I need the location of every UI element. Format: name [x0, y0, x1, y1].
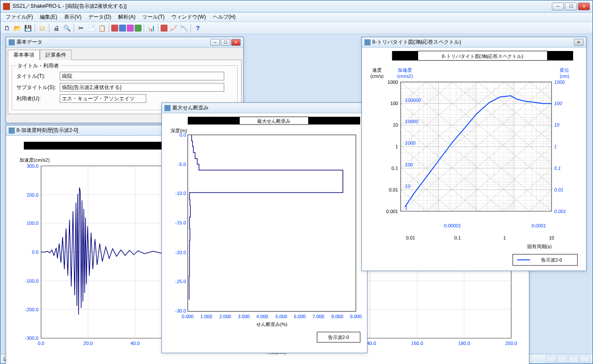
menu-help[interactable]: ヘルプ(H) — [209, 13, 239, 22]
preview-icon[interactable]: 🔍 — [62, 23, 71, 33]
minimize-button[interactable]: ─ — [552, 3, 564, 10]
child-minimize-button[interactable]: ─ — [210, 39, 220, 46]
menubar: ファイル(F) 編集(E) 表示(V) データ(D) 解析(A) ツール(T) … — [0, 13, 593, 22]
svg-text:160.0: 160.0 — [411, 341, 423, 346]
svg-text:0.000: 0.000 — [182, 314, 193, 319]
copy-icon[interactable]: 📄 — [87, 23, 96, 33]
chart-icon — [364, 39, 371, 45]
menu-tool[interactable]: ツール(T) — [139, 13, 168, 22]
toolbar: 🗋 📂 💾 🗂 🖨 🔍 ✂ 📄 📋 📊 📈 📉 ? — [0, 22, 593, 34]
main-titlebar[interactable]: SS21／ShakePRO-L - [病院(告示波2液状化する)] ─ ☐ ✕ — [0, 0, 593, 13]
svg-line-158 — [530, 82, 551, 99]
tool1-icon[interactable] — [111, 25, 118, 32]
form-icon — [9, 39, 15, 45]
svg-text:(cm): (cm) — [560, 73, 569, 79]
child-close-button[interactable]: ✕ — [231, 39, 241, 46]
print-icon[interactable]: 🖨 — [52, 23, 61, 33]
subtitle-label: サブタイトル(S): — [16, 84, 60, 91]
basic-data-titlebar[interactable]: 基本データ ─ ☐ ✕ — [6, 37, 243, 48]
paste-icon[interactable]: 📋 — [97, 23, 106, 33]
menu-view[interactable]: 表示(V) — [61, 13, 85, 22]
child-maximize-button[interactable]: ☐ — [221, 39, 230, 46]
tri-chart-area: 8-トリパタイト図(3軸応答スペクトル) 速度 (cm/s) 加速度 (cm/s… — [362, 48, 586, 271]
svg-text:200.0: 200.0 — [505, 341, 517, 346]
svg-text:40.0: 40.0 — [130, 341, 139, 346]
tool6-icon[interactable] — [161, 25, 168, 32]
menu-file[interactable]: ファイル(F) — [2, 13, 36, 22]
svg-text:-10.0: -10.0 — [175, 191, 186, 196]
svg-text:0.0: 0.0 — [32, 249, 39, 255]
svg-text:300.0: 300.0 — [26, 163, 38, 169]
svg-text:0.00001: 0.00001 — [444, 223, 461, 228]
tool3-icon[interactable] — [127, 25, 134, 32]
tri-window[interactable]: 8-トリパタイト図(3軸応答スペクトル) ✕ 8-トリパタイト図(3軸応答スペク… — [361, 37, 587, 271]
cut-icon[interactable]: ✂ — [76, 23, 86, 33]
save-icon[interactable]: 💾 — [23, 23, 32, 33]
new-icon[interactable]: 🗋 — [2, 23, 12, 33]
tab-basic[interactable]: 基本事項 — [8, 50, 40, 60]
menu-analysis[interactable]: 解析(A) — [115, 13, 139, 22]
svg-text:0.0: 0.0 — [38, 341, 44, 346]
svg-text:180.0: 180.0 — [458, 341, 470, 346]
svg-text:1: 1 — [396, 144, 398, 149]
folder-icon[interactable]: 🗂 — [37, 23, 47, 33]
svg-text:3.000: 3.000 — [238, 314, 250, 319]
svg-text:-25.0: -25.0 — [175, 279, 186, 284]
user-input[interactable] — [60, 94, 146, 103]
tri-titlebar[interactable]: 8-トリパタイト図(3軸応答スペクトル) ✕ — [362, 37, 586, 48]
subtitle-input[interactable] — [60, 83, 224, 92]
menu-data[interactable]: データ(D) — [85, 13, 115, 22]
svg-text:2.000: 2.000 — [219, 314, 231, 319]
svg-text:速度: 速度 — [372, 67, 382, 73]
menu-edit[interactable]: 編集(E) — [36, 13, 61, 22]
maximize-button[interactable]: ☐ — [565, 3, 577, 10]
svg-text:1.000: 1.000 — [200, 314, 212, 319]
svg-line-156 — [478, 82, 551, 142]
svg-text:-20.0: -20.0 — [175, 250, 186, 255]
svg-text:9.000: 9.000 — [350, 314, 361, 319]
status-panel — [568, 356, 579, 363]
shear-titlebar[interactable]: 最大せん断歪み — [162, 103, 367, 113]
svg-text:-5.0: -5.0 — [178, 162, 186, 167]
help-icon[interactable]: ? — [193, 23, 203, 33]
accel-ylabel: 加速度(cm/s2) — [19, 157, 50, 163]
svg-text:(cm/s): (cm/s) — [371, 73, 384, 79]
svg-text:8-トリパタイト図(3軸応答スペクトル): 8-トリパタイト図(3軸応答スペクトル) — [442, 54, 523, 59]
tool7-icon[interactable]: 📈 — [168, 23, 178, 33]
shear-window[interactable]: 最大せん断歪み 最大せん断歪み 深度(m) 0.0 -5.0 -10.0 -15… — [161, 102, 367, 353]
status-panel — [580, 356, 590, 363]
svg-line-155 — [452, 82, 551, 164]
tab-row: 基本事項 計算条件 — [6, 48, 243, 60]
tab-calc[interactable]: 計算条件 — [40, 50, 72, 60]
svg-text:200.0: 200.0 — [26, 192, 38, 198]
svg-text:(cm/s2): (cm/s2) — [397, 73, 413, 79]
basic-data-title: 基本データ — [16, 38, 210, 46]
child-close-button[interactable]: ✕ — [574, 39, 583, 46]
tool2-icon[interactable] — [119, 25, 126, 32]
svg-text:0.01: 0.01 — [389, 187, 398, 192]
svg-text:4.000: 4.000 — [256, 314, 268, 319]
open-icon[interactable]: 📂 — [13, 23, 22, 33]
main-window: SS21／ShakePRO-L - [病院(告示波2液状化する)] ─ ☐ ✕ … — [0, 0, 593, 364]
app-icon — [3, 3, 10, 10]
svg-text:-30.0: -30.0 — [175, 308, 186, 313]
close-button[interactable]: ✕ — [578, 3, 590, 10]
tool4-icon[interactable] — [135, 25, 142, 32]
svg-text:10: 10 — [549, 235, 554, 240]
title-label: タイトル(T): — [16, 73, 60, 80]
app-title: SS21／ShakePRO-L - [病院(告示波2液状化する)] — [13, 3, 552, 10]
status-panel — [546, 356, 556, 363]
svg-text:1000: 1000 — [554, 80, 564, 85]
status-panel — [557, 356, 567, 363]
title-input[interactable] — [60, 72, 224, 80]
svg-text:10000: 10000 — [405, 119, 418, 124]
svg-text:0.0001: 0.0001 — [532, 223, 546, 228]
tool5-icon[interactable]: 📊 — [146, 23, 156, 33]
svg-text:100.0: 100.0 — [26, 220, 38, 226]
svg-text:10: 10 — [405, 184, 410, 189]
tool8-icon[interactable]: 📉 — [179, 23, 188, 33]
svg-text:0.0: 0.0 — [180, 132, 186, 137]
workspace: 8-加速度時刻歴[告示波2-0] 加速度(cm/s2) — [0, 34, 593, 354]
svg-text:-200.0: -200.0 — [25, 307, 39, 312]
menu-window[interactable]: ウィンドウ(W) — [168, 13, 209, 22]
